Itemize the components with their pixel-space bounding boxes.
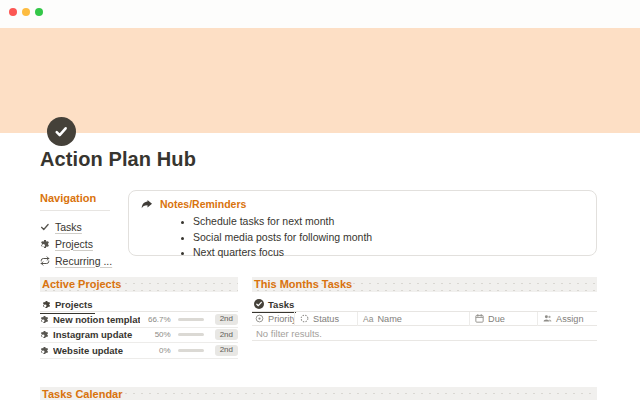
column-header-due[interactable]: Due bbox=[469, 312, 537, 326]
callout-bullet: Social media posts for following month bbox=[193, 230, 584, 246]
window-minimize-button[interactable] bbox=[22, 8, 30, 16]
column-header-status[interactable]: Status bbox=[294, 312, 357, 326]
project-page-link[interactable]: Website update bbox=[53, 345, 140, 356]
notes-reminders-callout: Notes/Reminders Schedule tasks for next … bbox=[128, 190, 597, 256]
nav-link-label: Tasks bbox=[55, 221, 82, 233]
callout-bullet-list: Schedule tasks for next month Social med… bbox=[141, 214, 584, 261]
forward-arrow-icon bbox=[141, 198, 153, 210]
priority-circle-icon bbox=[255, 314, 264, 323]
this-months-tasks-heading: This Months Tasks bbox=[252, 277, 597, 292]
status-circle-icon bbox=[300, 314, 309, 323]
nav-link-projects[interactable]: Projects bbox=[40, 235, 126, 252]
column-header-priority[interactable]: Priority bbox=[252, 312, 294, 326]
page-cover-image[interactable] bbox=[0, 28, 640, 133]
progress-bar bbox=[178, 349, 204, 352]
callout-bullet: Schedule tasks for next month bbox=[193, 214, 584, 230]
column-label: Priority bbox=[268, 314, 294, 324]
column-header-name[interactable]: Aa Name bbox=[357, 312, 469, 326]
gear-icon bbox=[40, 346, 49, 355]
check-icon bbox=[53, 123, 70, 140]
tab-projects[interactable]: Projects bbox=[40, 297, 95, 314]
gear-icon bbox=[40, 315, 49, 324]
callout-title-row: Notes/Reminders bbox=[141, 198, 584, 210]
column-label: Assign bbox=[556, 314, 584, 324]
gear-icon bbox=[40, 330, 49, 339]
window-zoom-button[interactable] bbox=[35, 8, 43, 16]
position-badge: 2nd bbox=[215, 314, 238, 325]
position-badge: 2nd bbox=[215, 345, 238, 356]
empty-results-message: No filter results. bbox=[252, 326, 597, 341]
tab-tasks[interactable]: Tasks bbox=[252, 296, 296, 313]
active-projects-heading: Active Projects bbox=[40, 277, 238, 292]
check-icon bbox=[40, 222, 50, 232]
navigation-section: Navigation Tasks Projects Recurring ... bbox=[40, 192, 126, 269]
tab-label: Projects bbox=[55, 299, 93, 310]
nav-link-recurring[interactable]: Recurring ... bbox=[40, 252, 126, 269]
tab-label: Tasks bbox=[268, 299, 294, 310]
column-label: Due bbox=[488, 314, 505, 324]
tasks-table-header: Priority Status Aa Name Due Assign bbox=[252, 312, 597, 326]
window-titlebar bbox=[0, 0, 640, 28]
recurring-icon bbox=[40, 256, 50, 266]
nav-link-label: Recurring ... bbox=[55, 255, 112, 267]
nav-link-tasks[interactable]: Tasks bbox=[40, 218, 126, 235]
position-badge: 2nd bbox=[215, 329, 238, 340]
notion-window: Action Plan Hub Navigation Tasks Project… bbox=[0, 0, 640, 400]
check-circle-icon bbox=[254, 299, 264, 309]
project-page-link[interactable]: Instagram update bbox=[53, 329, 140, 340]
table-row[interactable]: Instagram update 50% 2nd bbox=[40, 328, 238, 344]
gear-icon bbox=[42, 300, 51, 309]
column-header-assign[interactable]: Assign bbox=[537, 312, 597, 326]
callout-title: Notes/Reminders bbox=[160, 198, 246, 210]
people-icon bbox=[543, 314, 552, 323]
calendar-icon bbox=[475, 314, 484, 323]
project-page-link[interactable]: New notion template bbox=[53, 314, 140, 325]
gear-icon bbox=[40, 239, 50, 249]
progress-percent: 66.7% bbox=[144, 315, 171, 324]
navigation-heading: Navigation bbox=[40, 192, 110, 211]
progress-percent: 0% bbox=[144, 346, 171, 355]
column-label: Status bbox=[313, 314, 339, 324]
text-aa-icon: Aa bbox=[363, 314, 373, 324]
page-title: Action Plan Hub bbox=[40, 148, 196, 171]
nav-link-label: Projects bbox=[55, 238, 93, 250]
callout-bullet: Next quarters focus bbox=[193, 245, 584, 261]
window-close-button[interactable] bbox=[9, 8, 17, 16]
progress-bar bbox=[178, 333, 204, 336]
table-row[interactable]: New notion template 66.7% 2nd bbox=[40, 312, 238, 328]
tasks-calendar-heading: Tasks Calendar bbox=[40, 387, 597, 400]
projects-tab-bar: Projects bbox=[40, 295, 238, 312]
progress-bar bbox=[178, 318, 204, 321]
active-projects-table: New notion template 66.7% 2nd Instagram … bbox=[40, 312, 238, 359]
progress-percent: 50% bbox=[144, 330, 171, 339]
page-icon[interactable] bbox=[47, 117, 76, 146]
navigation-links: Tasks Projects Recurring ... bbox=[40, 218, 126, 269]
column-label: Name bbox=[377, 314, 402, 324]
tasks-tab-bar: Tasks bbox=[252, 295, 597, 312]
table-row[interactable]: Website update 0% 2nd bbox=[40, 343, 238, 359]
